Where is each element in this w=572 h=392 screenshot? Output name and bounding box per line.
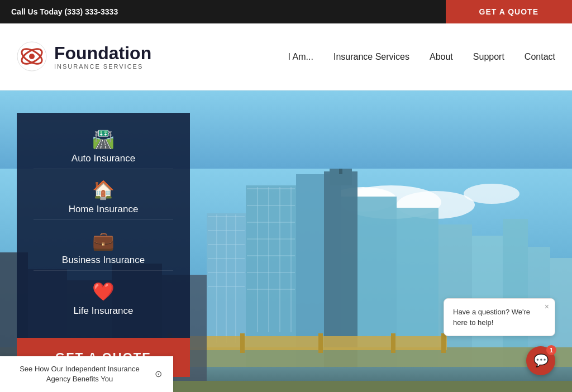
logo-text: Foundation INSURANCE SERVICES	[54, 44, 151, 70]
svg-rect-39	[268, 187, 269, 332]
svg-rect-38	[257, 187, 258, 332]
auto-insurance-label: Auto Insurance	[72, 153, 135, 164]
top-quote-button[interactable]: GET A QUOTE	[446, 0, 572, 23]
svg-rect-46	[318, 333, 323, 353]
header: Foundation INSURANCE SERVICES I Am... In…	[0, 23, 572, 90]
svg-rect-36	[247, 272, 295, 273]
chat-popup: × Have a question? We're here to help!	[444, 298, 555, 336]
hero-section: 🛣️ Auto Insurance 🏠 Home Insurance 💼 Bus…	[0, 90, 572, 392]
svg-rect-43	[168, 336, 447, 350]
business-insurance-label: Business Insurance	[62, 255, 145, 266]
svg-point-3	[29, 54, 35, 59]
nav-insurance-services[interactable]: Insurance Services	[333, 52, 409, 62]
bottom-promo-bar: See How Our Independent Insurance Agency…	[0, 356, 173, 392]
close-icon[interactable]: ×	[545, 302, 549, 311]
svg-rect-16	[503, 219, 528, 370]
main-nav: I Am... Insurance Services About Support…	[288, 52, 555, 62]
svg-rect-34	[247, 238, 295, 240]
svg-rect-31	[247, 188, 295, 189]
arrow-icon[interactable]: ⊙	[155, 369, 162, 379]
auto-insurance-icon: 🛣️	[92, 128, 115, 150]
svg-rect-47	[391, 333, 395, 353]
logo-sub-text: INSURANCE SERVICES	[54, 63, 151, 70]
insurance-panel: 🛣️ Auto Insurance 🏠 Home Insurance 💼 Bus…	[17, 113, 190, 377]
nav-support[interactable]: Support	[473, 52, 504, 62]
logo-main-text: Foundation	[54, 44, 151, 63]
chat-button[interactable]: 💬 1	[526, 346, 555, 375]
svg-rect-40	[279, 187, 280, 332]
svg-rect-41	[290, 187, 292, 332]
logo-icon	[17, 41, 47, 72]
nav-contact[interactable]: Contact	[525, 52, 555, 62]
business-insurance-icon: 💼	[92, 230, 115, 251]
svg-rect-32	[247, 205, 295, 206]
nav-iam[interactable]: I Am...	[288, 52, 313, 62]
business-insurance-item[interactable]: 💼 Business Insurance	[34, 226, 173, 271]
nav-about[interactable]: About	[430, 52, 453, 62]
chat-icon: 💬	[533, 353, 549, 368]
svg-rect-37	[247, 289, 295, 290]
home-insurance-item[interactable]: 🏠 Home Insurance	[34, 175, 173, 220]
svg-rect-45	[240, 333, 245, 353]
svg-rect-30	[235, 214, 236, 343]
svg-rect-29	[226, 214, 227, 343]
svg-point-8	[464, 184, 519, 204]
logo-area: Foundation INSURANCE SERVICES	[17, 41, 288, 72]
svg-rect-35	[247, 255, 295, 256]
life-insurance-label: Life Insurance	[74, 305, 134, 317]
svg-rect-28	[216, 214, 217, 343]
home-insurance-icon: 🏠	[92, 179, 115, 200]
home-insurance-label: Home Insurance	[69, 204, 139, 215]
insurance-items-list: 🛣️ Auto Insurance 🏠 Home Insurance 💼 Bus…	[17, 113, 190, 338]
promo-text: See How Our Independent Insurance Agency…	[11, 364, 148, 384]
svg-rect-48	[441, 333, 446, 353]
phone-number: Call Us Today (333) 333-3333	[0, 7, 446, 16]
life-insurance-item[interactable]: ❤️ Life Insurance	[34, 276, 173, 321]
chat-bubble-text: Have a question? We're here to help!	[453, 308, 530, 327]
svg-rect-33	[247, 222, 295, 223]
life-insurance-icon: ❤️	[92, 281, 115, 302]
top-bar: Call Us Today (333) 333-3333 GET A QUOTE	[0, 0, 572, 23]
svg-rect-21	[339, 169, 342, 174]
auto-insurance-item[interactable]: 🛣️ Auto Insurance	[34, 124, 173, 169]
chat-badge: 1	[546, 345, 556, 355]
